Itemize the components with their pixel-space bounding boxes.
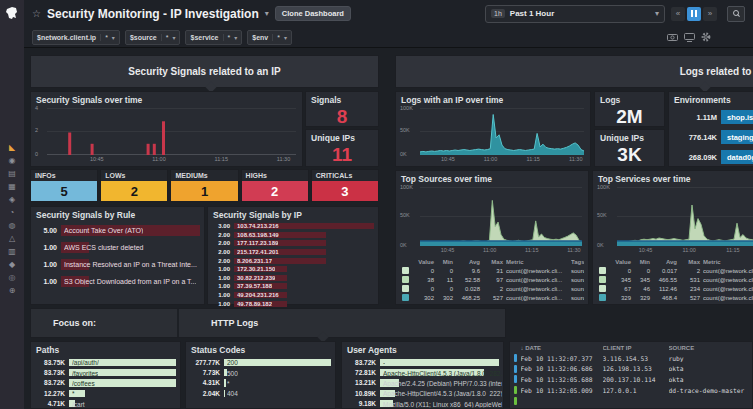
clone-dashboard-button[interactable]: Clone Dashboard: [275, 6, 351, 21]
zoom-search-button[interactable]: [727, 6, 745, 22]
log-row[interactable]: [510, 395, 752, 406]
toplist-row[interactable]: 9.18KMozilla/5.0 (X11; Linux x86_64) App…: [346, 399, 499, 409]
column-client-ip[interactable]: CLIENT IP: [603, 345, 669, 351]
severity-tile-mediums[interactable]: MEDIUMs1: [170, 169, 238, 202]
legend-swatch: [599, 276, 606, 283]
severity-tile-criticals[interactable]: CRITICALs3: [311, 169, 379, 202]
legend-column: Avg: [456, 259, 483, 265]
signals-by-ip-panel: Security Signals by IP 3.00103.74.213.21…: [207, 206, 379, 305]
toplist-row[interactable]: 83.72K/coffees: [35, 378, 176, 388]
time-backward-button[interactable]: «: [671, 7, 685, 21]
top-services-area-chart[interactable]: [617, 187, 753, 246]
toplist-row[interactable]: 1.00172.30.21.150: [212, 265, 374, 274]
legend-row[interactable]: 345345466.55531count(@network.client.ip:…: [599, 275, 753, 284]
log-row[interactable]: Feb 10 11:32:07.3773.116.154.53ruby: [510, 353, 752, 364]
toplist-row[interactable]: 3.00103.74.213.216: [212, 222, 374, 231]
toplist-row[interactable]: 2.00215.172.41.201: [212, 248, 374, 257]
apm-icon[interactable]: ◍: [9, 222, 16, 230]
toplist-row[interactable]: 83.75K/api/auth/: [35, 357, 176, 367]
template-variable-source[interactable]: $source*▾: [125, 30, 181, 45]
megaphone-icon[interactable]: ◣: [9, 144, 15, 152]
network-icon[interactable]: △: [9, 235, 15, 243]
favorite-star-icon[interactable]: ☆: [32, 8, 41, 19]
column-source[interactable]: SOURCE: [669, 345, 749, 351]
metrics-icon[interactable]: ◔: [10, 209, 15, 217]
log-row[interactable]: Feb 10 11:32:06.686126.198.13.53okta: [510, 364, 752, 375]
y-tick: 50K: [597, 212, 614, 218]
toplist-row[interactable]: 1.11Mshop.ist: [673, 107, 753, 127]
tv-mode-icon[interactable]: [684, 33, 695, 42]
logs-icon[interactable]: ▥: [8, 248, 16, 256]
toplist-row[interactable]: 2.00108.63.198.149: [212, 231, 374, 240]
pause-button[interactable]: [687, 7, 701, 21]
dashboards-icon[interactable]: ▤: [8, 170, 16, 178]
infrastructure-icon[interactable]: ▦: [8, 183, 16, 191]
toplist-label: 177.117.23.189: [237, 240, 278, 246]
tab-http-logs[interactable]: HTTP Logs: [179, 318, 258, 328]
toplist-row[interactable]: 83.73K/favorites: [35, 367, 176, 377]
toplist-row[interactable]: 83.72K-: [346, 357, 499, 367]
toplist-row[interactable]: 5.00Account Take Over (ATO): [35, 222, 200, 239]
legend-row[interactable]: 381152.5897count(@network.cli...source:b…: [402, 275, 584, 284]
logs-area-chart[interactable]: [420, 108, 584, 155]
time-range-select[interactable]: 1h Past 1 Hour ▾: [485, 5, 665, 23]
signals-count-panel[interactable]: Signals 8: [305, 91, 379, 127]
toplist-row[interactable]: 4.71K/cart: [35, 399, 176, 409]
unique-ips-panel[interactable]: Unique IPs 11: [305, 129, 379, 167]
log-level-indicator: [514, 365, 517, 373]
template-variable-network-client-ip[interactable]: $network.client.ip*▾: [32, 30, 120, 45]
legend-row[interactable]: 6746112.46234count(@network.client.ip:*]: [599, 284, 753, 293]
datadog-logo[interactable]: [0, 0, 24, 26]
column-date[interactable]: ↓ DATE: [521, 345, 603, 351]
toplist-row[interactable]: 7.73K500: [190, 367, 331, 377]
toplist-row[interactable]: 4.31K*: [190, 378, 331, 388]
gear-icon[interactable]: [701, 32, 711, 42]
toplist-row[interactable]: 1.00S3 Object Downloaded from an IP on a…: [35, 273, 200, 290]
synthetics-icon[interactable]: ◎: [9, 274, 16, 282]
template-variable-env[interactable]: $env*▾: [247, 30, 292, 45]
log-row[interactable]: Feb 10 11:32:05.688200.137.10.114okta: [510, 374, 752, 385]
top-sources-area-chart[interactable]: [420, 187, 582, 246]
toplist-row[interactable]: 2.00177.117.23.189: [212, 239, 374, 248]
toplist-row[interactable]: 277.77K200: [190, 357, 331, 367]
settings-icon[interactable]: ⊕: [9, 287, 16, 295]
toplist-row[interactable]: 1.00AWS ECS cluster deleted: [35, 239, 200, 256]
legend-row[interactable]: 329329468.4527count(@network.client.ip:*…: [599, 293, 753, 302]
severity-tile-highs[interactable]: HIGHs2: [241, 169, 309, 202]
toplist-row[interactable]: 1.0049.204.231.216: [212, 291, 374, 300]
variable-label: $service: [190, 34, 218, 41]
toplist-row[interactable]: 10.89KApache-HttpClient/4.5.3 (Java/1.8.…: [346, 388, 499, 398]
legend-metric: count(@network.client.ip:*]: [703, 286, 753, 292]
legend-min: 0: [437, 286, 456, 292]
legend-row[interactable]: 302302468.25527count(@network.cli...sour…: [402, 293, 584, 302]
status-codes-panel: Status Codes 277.77K2007.73K5004.31K*2.0…: [185, 341, 336, 409]
monitors-icon[interactable]: ◈: [9, 196, 15, 204]
logs-unique-ips-panel[interactable]: Unique IPs 3K: [594, 129, 665, 167]
toplist-row[interactable]: 268.09Kdatad0g.com: [673, 147, 753, 167]
toplist-row[interactable]: 2.04K404: [190, 388, 331, 398]
toplist-row[interactable]: 12.27K*: [35, 388, 176, 398]
security-icon[interactable]: ◆: [9, 261, 15, 269]
legend-row[interactable]: 000.0172count(@network.client.ip:*]: [599, 266, 753, 275]
time-forward-button[interactable]: »: [703, 7, 717, 21]
severity-tile-infos[interactable]: INFOs5: [30, 169, 98, 202]
template-variable-service[interactable]: $service*▾: [185, 30, 242, 45]
toplist-row[interactable]: 1.0049.78.89.182: [212, 299, 374, 308]
toplist-row[interactable]: 2.008.206.231.17: [212, 256, 374, 265]
logs-count-panel[interactable]: Logs 2M: [594, 91, 665, 127]
camera-icon[interactable]: [667, 33, 678, 41]
toplist-row[interactable]: 1.0037.39.57.188: [212, 282, 374, 291]
toplist-row[interactable]: 1.00Instance Resolved an IP on a Threat …: [35, 256, 200, 273]
variable-value: *: [272, 34, 280, 41]
legend-row[interactable]: 000.0282count(@network.cli...source:clou…: [402, 284, 584, 293]
log-row[interactable]: Feb 10 11:32:05.009127.0.0.1dd-trace-dem…: [510, 385, 752, 396]
severity-tile-lows[interactable]: LOWs2: [100, 169, 168, 202]
title-chevron-down-icon[interactable]: ▾: [265, 9, 269, 18]
legend-row[interactable]: 009.631count(@network.cli...source:andro…: [402, 266, 584, 275]
toplist-row[interactable]: 776.14Kstaging: [673, 127, 753, 147]
toplist-row[interactable]: 13.21KApache/2.4.25 (Debian) PHP/7.0.33 …: [346, 378, 499, 388]
toplist-row[interactable]: 1.0030.82.212.239: [212, 274, 374, 283]
security-signals-bar-chart[interactable]: [47, 108, 296, 155]
binoculars-icon[interactable]: ◉: [9, 157, 16, 165]
toplist-row[interactable]: 72.81KApache-HttpClient/4.5.3 (Java/1.8.…: [346, 367, 499, 377]
